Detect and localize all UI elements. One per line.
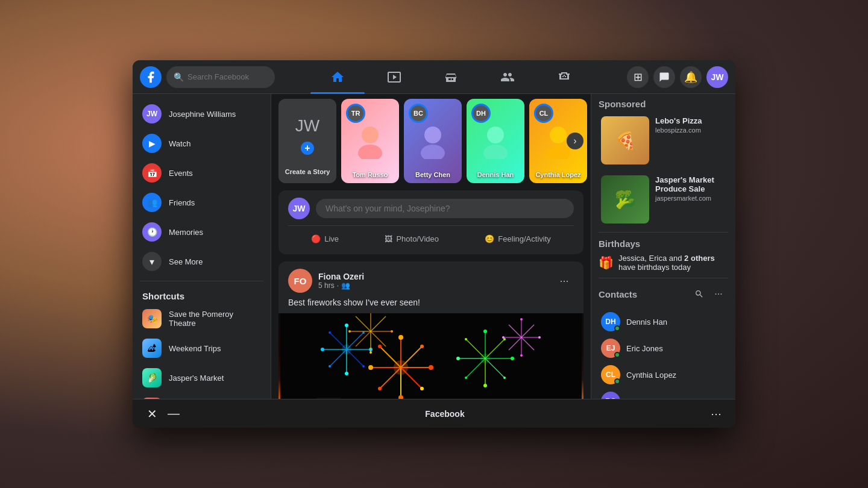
messenger-button[interactable]	[653, 66, 675, 88]
svg-point-26	[420, 345, 424, 348]
tab-marketplace[interactable]	[424, 63, 478, 92]
post-more-button[interactable]: ···	[555, 271, 574, 290]
post-header: FO Fiona Ozeri 5 hrs · 👥 ···	[278, 261, 583, 298]
birthday-icon: 🎁	[599, 255, 614, 270]
contact-betty[interactable]: BC Betty Chen ✏	[599, 388, 728, 399]
sidebar-shortcut-jaspers[interactable]: 🥬 Jasper's Market	[135, 363, 268, 392]
left-sidebar: JW Josephine Williams ▶ Watch 📅 Events 👥	[133, 94, 271, 399]
story-tom[interactable]: TR Tom Russo	[341, 99, 399, 183]
feeling-icon: 😊	[485, 234, 494, 243]
composer-input[interactable]	[316, 199, 574, 218]
tab-watch[interactable]	[367, 63, 421, 92]
story-betty-name: Betty Chen	[404, 171, 462, 178]
friends-icon: 👥	[147, 198, 157, 207]
sidebar-item-events[interactable]: 📅 Events	[135, 158, 268, 187]
ad-jaspers-info: Jasper's Market Produce Sale jaspersmark…	[655, 175, 726, 224]
composer-live-btn[interactable]: 🔴 Live	[304, 231, 346, 247]
sidebar-weekend-label: Weekend Trips	[169, 344, 221, 353]
live-icon: 🔴	[311, 234, 321, 243]
facebook-logo[interactable]	[140, 66, 162, 88]
sidebar-shortcut-pomeroy[interactable]: 🎭 Save the Pomeroy Theatre	[135, 304, 268, 333]
birthday-bold: 2 others	[684, 254, 715, 263]
ad-lebos-thumb: 🍕	[601, 116, 649, 164]
contacts-header: Contacts ···	[599, 284, 728, 304]
main-content: JW Josephine Williams ▶ Watch 📅 Events 👥	[133, 94, 735, 399]
ad-lebos[interactable]: 🍕 Lebo's Pizza lebospizza.com	[599, 114, 728, 167]
see-more-icon: ▾	[142, 252, 162, 271]
post-user-info: Fiona Ozeri 5 hrs · 👥	[318, 272, 549, 290]
svg-point-28	[420, 387, 424, 390]
search-icon: 🔍	[174, 72, 184, 82]
svg-point-87	[370, 351, 372, 354]
tab-gaming[interactable]	[537, 63, 591, 92]
contacts-more-btn[interactable]: ···	[709, 284, 728, 304]
post-time: 5 hrs	[318, 281, 335, 290]
svg-point-46	[329, 365, 331, 368]
app-window: 🔍 ⊞ 🔔 JW	[133, 60, 735, 428]
new-message-button[interactable]: ✏	[709, 393, 726, 399]
create-story-card[interactable]: JW + Create a Story	[278, 99, 336, 183]
right-sidebar: Sponsored 🍕 Lebo's Pizza lebospizza.com …	[591, 94, 735, 399]
create-story-plus-icon: +	[299, 140, 316, 157]
svg-point-48	[329, 331, 331, 334]
shortcuts-title: Shortcuts	[133, 286, 271, 304]
story-dennis[interactable]: DH Dennis Han	[467, 99, 524, 183]
bottom-close-button[interactable]: ✕	[142, 404, 162, 424]
svg-point-47	[321, 348, 324, 351]
composer-actions: 🔴 Live 🖼 Photo/Video 😊 Feeling/Activity	[288, 225, 574, 247]
sidebar-shortcut-redtable[interactable]: 🎙 Red Table Talk Group	[135, 393, 268, 399]
watch-icon: ▶	[149, 139, 156, 148]
svg-rect-10	[280, 313, 582, 399]
search-input[interactable]	[187, 72, 272, 81]
svg-point-4	[487, 127, 504, 143]
composer-photo-btn[interactable]: 🖼 Photo/Video	[377, 231, 446, 247]
sidebar-item-watch[interactable]: ▶ Watch	[135, 129, 268, 158]
story-dennis-name: Dennis Han	[467, 171, 524, 178]
sidebar-item-profile[interactable]: JW Josephine Williams	[135, 99, 268, 128]
nav-tabs	[280, 63, 622, 92]
post-meta: 5 hrs · 👥	[318, 281, 549, 290]
contacts-search-btn[interactable]	[690, 284, 709, 304]
bottom-minimize-button[interactable]: —	[164, 404, 183, 424]
sidebar-item-friends[interactable]: 👥 Friends	[135, 188, 268, 217]
contact-cynthia[interactable]: CL Cynthia Lopez	[599, 361, 728, 388]
stories-next-button[interactable]: ›	[567, 133, 583, 149]
ad-jaspers[interactable]: 🥦 Jasper's Market Produce Sale jaspersma…	[599, 173, 728, 226]
contact-cynthia-name: Cynthia Lopez	[626, 371, 676, 380]
post-text: Best fireworks show I've ever seen!	[278, 298, 583, 313]
minimize-icon: —	[168, 407, 180, 421]
create-story-label: Create a Story	[285, 168, 330, 175]
tab-home[interactable]	[310, 63, 365, 92]
svg-point-41	[345, 324, 348, 327]
apps-button[interactable]: ⊞	[627, 66, 649, 88]
contacts-title: Contacts	[599, 289, 690, 299]
svg-point-0	[362, 127, 379, 143]
bottom-bar-title: Facebook	[183, 409, 706, 419]
post-privacy-icon: ·	[337, 281, 339, 290]
ad-lebos-name: Lebo's Pizza	[655, 116, 726, 125]
sidebar-see-more-nav[interactable]: ▾ See More	[135, 247, 268, 276]
contact-eric[interactable]: EJ Eric Jones	[599, 335, 728, 361]
svg-point-75	[520, 354, 523, 357]
story-tom-avatar: TR	[346, 104, 365, 123]
composer-feeling-btn[interactable]: 😊 Feeling/Activity	[477, 231, 558, 247]
bottom-more-button[interactable]: ⋯	[706, 404, 726, 424]
svg-point-57	[483, 330, 487, 333]
sidebar-item-memories[interactable]: 🕐 Memories	[135, 217, 268, 246]
notifications-button[interactable]: 🔔	[680, 66, 702, 88]
svg-point-76	[502, 336, 505, 339]
story-betty[interactable]: BC Betty Chen	[404, 99, 462, 183]
post-author-avatar: FO	[288, 269, 312, 293]
sidebar-shortcut-weekend[interactable]: 🏕 Weekend Trips	[135, 334, 268, 363]
search-box[interactable]: 🔍	[166, 66, 275, 88]
birthday-text: Jessica, Erica and 2 others have birthda…	[618, 254, 728, 272]
profile-avatar-text: JW	[146, 110, 157, 118]
header: 🔍 ⊞ 🔔 JW	[133, 60, 735, 94]
user-avatar-header[interactable]: JW	[706, 66, 728, 88]
sidebar-pomeroy-label: Save the Pomeroy Theatre	[169, 310, 261, 328]
contact-dennis[interactable]: DH Dennis Han	[599, 308, 728, 335]
tab-groups[interactable]	[480, 63, 535, 92]
post-image	[278, 313, 583, 399]
svg-point-59	[511, 357, 514, 360]
composer-avatar: JW	[288, 198, 310, 219]
